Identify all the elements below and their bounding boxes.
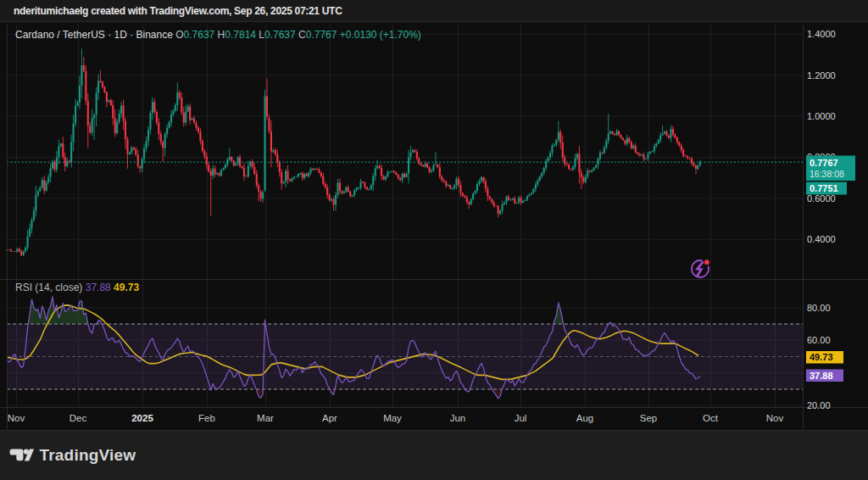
svg-text:49.73: 49.73 [810, 352, 833, 362]
svg-text:16:38:08: 16:38:08 [810, 169, 844, 179]
svg-text:nderitumichaelg created with T: nderitumichaelg created with TradingView… [14, 5, 342, 17]
svg-text:Feb: Feb [198, 413, 215, 423]
svg-text:2025: 2025 [131, 413, 153, 423]
svg-text:Apr: Apr [322, 413, 337, 423]
svg-text:Nov: Nov [766, 413, 784, 423]
svg-text:Oct: Oct [703, 413, 719, 423]
svg-text:Mar: Mar [257, 413, 274, 423]
svg-text:Aug: Aug [576, 413, 593, 423]
svg-text:Sep: Sep [640, 413, 657, 423]
svg-text:80.00: 80.00 [807, 303, 831, 313]
svg-text:Dec: Dec [70, 413, 87, 423]
svg-text:Cardano / TetherUS · 1D · Bina: Cardano / TetherUS · 1D · Binance O0.763… [15, 29, 421, 41]
svg-text:1.0000: 1.0000 [807, 111, 836, 121]
svg-text:20.00: 20.00 [807, 400, 831, 410]
svg-text:Jul: Jul [515, 413, 527, 423]
svg-text:Nov: Nov [8, 413, 25, 423]
svg-text:37.88: 37.88 [810, 371, 833, 381]
svg-text:RSI (14, close) 37.88 49.73: RSI (14, close) 37.88 49.73 [15, 282, 139, 293]
svg-text:0.7751: 0.7751 [810, 183, 838, 193]
svg-text:0.4000: 0.4000 [807, 234, 836, 244]
svg-text:TradingView: TradingView [40, 446, 136, 464]
svg-text:1.2000: 1.2000 [807, 70, 836, 81]
svg-text:Jun: Jun [450, 413, 466, 423]
svg-text:May: May [383, 413, 402, 423]
svg-text:1.4000: 1.4000 [807, 29, 836, 39]
svg-text:60.00: 60.00 [807, 335, 831, 345]
svg-text:0.7767: 0.7767 [810, 158, 838, 168]
